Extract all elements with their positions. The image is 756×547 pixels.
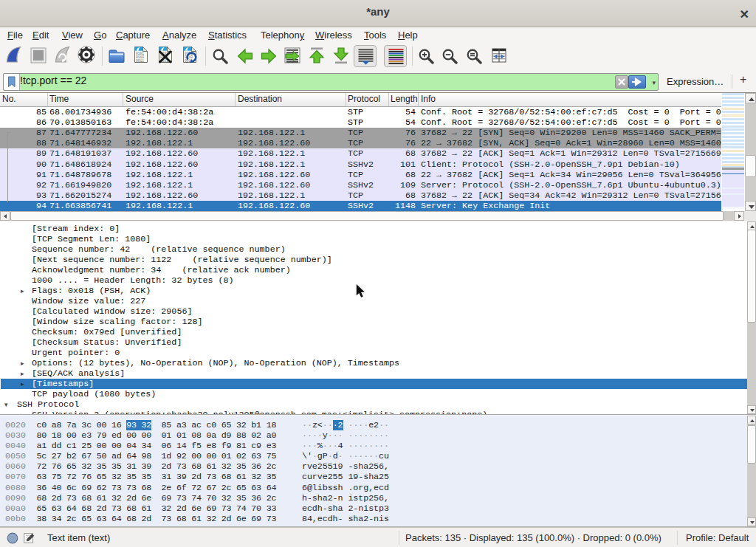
svg-text:0011: 0011 bbox=[136, 59, 144, 63]
